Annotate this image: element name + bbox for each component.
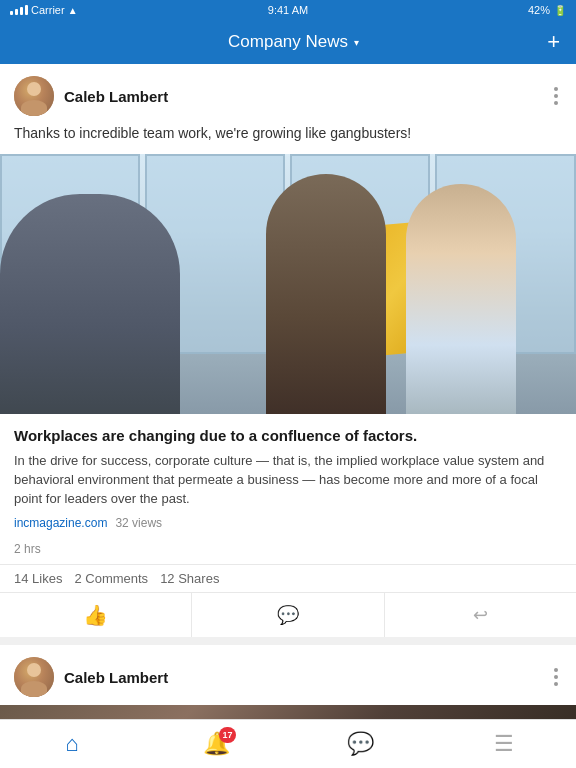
- engagement-counts: 14 Likes 2 Comments 12 Shares: [0, 564, 576, 592]
- second-post-image: [0, 705, 576, 719]
- message-icon: 💬: [347, 731, 374, 757]
- avatar-image-second: [14, 657, 54, 697]
- article-headline: Workplaces are changing due to a conflue…: [14, 426, 562, 446]
- article-preview: Workplaces are changing due to a conflue…: [0, 414, 576, 543]
- dot: [554, 94, 558, 98]
- post-time: 2 hrs: [0, 542, 576, 564]
- dot: [554, 87, 558, 91]
- post-header-second: Caleb Lambert: [0, 645, 576, 705]
- post-author: Caleb Lambert: [14, 76, 168, 116]
- tab-bar: ⌂ 🔔 17 💬 ☰: [0, 719, 576, 768]
- status-left: Carrier ▲: [10, 4, 78, 16]
- person-silhouette-3: [406, 184, 516, 414]
- author-name: Caleb Lambert: [64, 88, 168, 105]
- chevron-down-icon: ▾: [354, 37, 359, 48]
- dot: [554, 668, 558, 672]
- more-options-button-second[interactable]: [550, 664, 562, 690]
- dot: [554, 101, 558, 105]
- home-icon: ⌂: [65, 731, 78, 757]
- like-button[interactable]: 👍: [0, 593, 192, 637]
- comment-button[interactable]: 💬: [192, 593, 384, 637]
- share-icon: ↩: [473, 604, 488, 626]
- share-button[interactable]: ↩: [385, 593, 576, 637]
- battery-icon: 🔋: [554, 5, 566, 16]
- tab-notifications[interactable]: 🔔 17: [144, 720, 288, 768]
- feed-container: Caleb Lambert Thanks to incredible team …: [0, 64, 576, 719]
- tab-home[interactable]: ⌂: [0, 720, 144, 768]
- comment-icon: 💬: [277, 604, 299, 626]
- post-text: Thanks to incredible team work, we're gr…: [0, 124, 576, 154]
- status-time: 9:41 AM: [268, 4, 308, 16]
- article-meta: incmagazine.com 32 views: [14, 516, 562, 530]
- wifi-icon: ▲: [68, 5, 78, 16]
- post-card: Caleb Lambert Thanks to incredible team …: [0, 64, 576, 637]
- article-views: 32 views: [115, 516, 162, 530]
- avatar: [14, 76, 54, 116]
- post-card-second: Caleb Lambert: [0, 645, 576, 719]
- signal-dots: [10, 5, 28, 15]
- author-name-second: Caleb Lambert: [64, 669, 168, 686]
- app-header: Company News ▾ +: [0, 20, 576, 64]
- header-title-group[interactable]: Company News ▾: [228, 32, 359, 52]
- status-bar: Carrier ▲ 9:41 AM 42% 🔋: [0, 0, 576, 20]
- tab-more[interactable]: ☰: [432, 720, 576, 768]
- notification-badge: 17: [219, 727, 235, 743]
- dot: [554, 682, 558, 686]
- avatar-second: [14, 657, 54, 697]
- post-header: Caleb Lambert: [0, 64, 576, 124]
- dot: [554, 675, 558, 679]
- status-right: 42% 🔋: [528, 4, 566, 16]
- add-post-button[interactable]: +: [547, 29, 560, 55]
- image-scene: 1-6 10 06: [0, 154, 576, 414]
- likes-count: 14 Likes: [14, 571, 62, 586]
- person-silhouette-1: [0, 194, 180, 414]
- action-bar: 👍 💬 ↩: [0, 592, 576, 637]
- menu-icon: ☰: [494, 731, 514, 757]
- more-options-button[interactable]: [550, 83, 562, 109]
- avatar-image: [14, 76, 54, 116]
- article-source[interactable]: incmagazine.com: [14, 516, 107, 530]
- article-body: In the drive for success, corporate cult…: [14, 452, 562, 509]
- header-title-text: Company News: [228, 32, 348, 52]
- post-image: 1-6 10 06: [0, 154, 576, 414]
- person-silhouette-2: [266, 174, 386, 414]
- post-author-second: Caleb Lambert: [14, 657, 168, 697]
- carrier-label: Carrier: [31, 4, 65, 16]
- tab-messages[interactable]: 💬: [288, 720, 432, 768]
- shares-count: 12 Shares: [160, 571, 219, 586]
- battery-percent: 42%: [528, 4, 550, 16]
- like-icon: 👍: [83, 603, 108, 627]
- notification-wrapper: 🔔 17: [203, 731, 230, 757]
- comments-count: 2 Comments: [74, 571, 148, 586]
